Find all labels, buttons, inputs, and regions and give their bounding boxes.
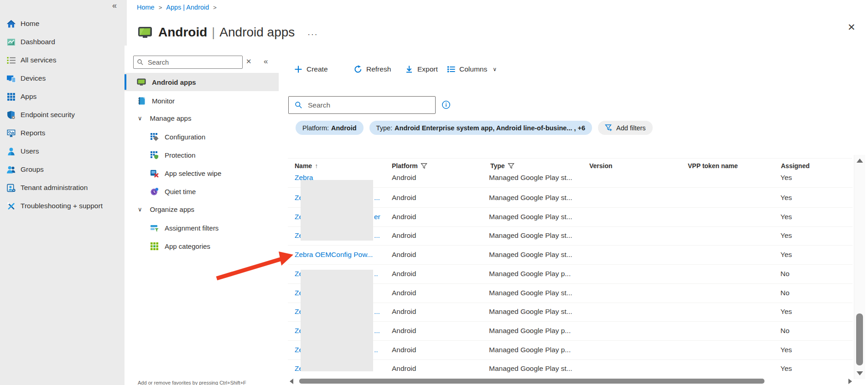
assigned-cell: Yes (780, 308, 792, 316)
breadcrumb-link[interactable]: Home (137, 4, 155, 11)
assigned-cell: Yes (780, 346, 792, 354)
chevron-down-icon[interactable]: ∨ (138, 206, 142, 213)
menu-item-organize-apps[interactable]: ∨Organize apps (125, 200, 279, 218)
favorites-hint: Add or remove favorites by pressing Ctrl… (138, 380, 246, 385)
column-header-label: Version (589, 162, 613, 169)
type-cell: Managed Google Play st... (489, 364, 572, 373)
app-name-fragment[interactable]: .. (374, 270, 378, 278)
android-icon (138, 25, 152, 40)
sidebar-item-endpoint-security[interactable]: Endpoint security (0, 106, 127, 124)
sidebar-item-label: Apps (21, 92, 36, 101)
sidebar-item-troubleshooting-support[interactable]: Troubleshooting + support (0, 197, 127, 215)
table-search-box[interactable] (288, 96, 436, 114)
search-icon (295, 101, 302, 109)
vertical-scrollbar[interactable] (854, 155, 865, 379)
sidebar-item-apps[interactable]: Apps (0, 87, 127, 106)
menu-item-assignment-filters[interactable]: Assignment filters (125, 219, 279, 237)
scroll-up-icon[interactable] (857, 159, 863, 163)
export-button[interactable]: Export (405, 63, 438, 76)
filter-pill-type[interactable]: Type:Android Enterprise system app, Andr… (369, 121, 592, 135)
sidebar-item-users[interactable]: Users (0, 142, 127, 160)
menu-search-input[interactable] (147, 58, 242, 67)
search-icon (137, 59, 144, 66)
app-name-fragment[interactable]: ... (374, 194, 380, 202)
column-header-type[interactable]: Type (490, 162, 515, 169)
add-filters-button[interactable]: Add filters (598, 121, 652, 135)
column-header-label: Platform (392, 162, 418, 169)
page-title: Android (158, 25, 207, 40)
assigned-cell: Yes (780, 175, 792, 182)
assigned-cell: Yes (780, 213, 792, 221)
table-top-divider (288, 158, 852, 159)
vertical-scroll-thumb[interactable] (856, 313, 863, 365)
menu-collapse-icon[interactable]: « (264, 57, 268, 66)
app-name-fragment[interactable]: ... (374, 327, 380, 335)
horizontal-scrollbar[interactable] (288, 377, 854, 385)
chevron-down-icon[interactable]: ∨ (138, 115, 142, 122)
create-button[interactable]: Create (294, 63, 328, 76)
app-name-fragment[interactable]: ... (374, 308, 380, 316)
app-name-fragment[interactable]: .. (374, 346, 378, 354)
filter-pills: Platform:AndroidType:Android Enterprise … (296, 121, 653, 135)
platform-cell: Android (392, 231, 416, 240)
users-icon (6, 146, 16, 156)
menu-item-monitor[interactable]: Monitor (125, 92, 279, 110)
table-search-input[interactable] (307, 101, 435, 110)
app-name-link[interactable]: Zebra OEMConfig Pow... (295, 251, 373, 259)
platform-cell: Android (392, 251, 416, 259)
columns-icon (447, 65, 455, 73)
filter-funnel-icon (421, 163, 427, 169)
horizontal-scroll-thumb[interactable] (299, 379, 764, 384)
sidebar-item-label: Tenant administration (21, 184, 88, 192)
platform-cell: Android (392, 270, 416, 278)
column-header-assigned[interactable]: Assigned (781, 162, 810, 169)
app-name-fragment[interactable]: ... (374, 231, 380, 240)
breadcrumb-link[interactable]: Apps | Android (166, 4, 209, 11)
menu-search-box[interactable] (133, 56, 243, 69)
column-header-platform[interactable]: Platform (392, 162, 427, 169)
type-cell: Managed Google Play p... (489, 346, 571, 354)
scroll-down-icon[interactable] (857, 371, 863, 375)
menu-item-label: App categories (165, 242, 210, 250)
menu-item-quiet-time[interactable]: Quiet time (125, 182, 279, 200)
menu-item-manage-apps[interactable]: ∨Manage apps (125, 109, 279, 127)
troubleshooting-icon (6, 201, 16, 211)
menu-item-protection[interactable]: Protection (125, 146, 279, 164)
column-header-label: Type (490, 162, 505, 169)
sidebar-item-reports[interactable]: Reports (0, 124, 127, 142)
sidebar-item-tenant-administration[interactable]: Tenant administration (0, 179, 127, 197)
clear-search-icon[interactable]: ✕ (246, 57, 252, 66)
sidebar-item-dashboard[interactable]: Dashboard (0, 33, 127, 51)
app-name-fragment[interactable]: er (374, 213, 380, 221)
more-menu-icon[interactable]: ··· (307, 30, 318, 39)
breadcrumb-separator: > (213, 4, 217, 11)
scroll-left-icon[interactable] (290, 379, 293, 384)
menu-item-configuration[interactable]: Configuration (125, 128, 279, 146)
redaction-box (301, 270, 373, 371)
sidebar-item-home[interactable]: Home (0, 15, 127, 33)
tenant-admin-icon (6, 183, 16, 193)
info-icon[interactable] (442, 100, 451, 111)
type-cell: Managed Google Play p... (489, 270, 571, 278)
filter-pill-platform[interactable]: Platform:Android (296, 121, 364, 135)
close-icon[interactable]: ✕ (847, 22, 856, 33)
columns-button[interactable]: Columns∨ (447, 63, 497, 76)
menu-item-app-categories[interactable]: App categories (125, 237, 279, 255)
table-row[interactable]: Zebra OEMConfig Pow...AndroidManaged Goo… (288, 245, 852, 265)
android-apps-icon (137, 77, 146, 87)
sidebar-item-groups[interactable]: Groups (0, 160, 127, 179)
column-header-name[interactable]: Name↑ (295, 162, 318, 169)
sidebar-item-all-services[interactable]: All services (0, 51, 127, 69)
page-title-row: Android | Android apps ··· (138, 24, 318, 41)
menu-item-android-apps[interactable]: Android apps (125, 73, 279, 91)
sidebar-item-devices[interactable]: Devices (0, 69, 127, 87)
assignment-filters-icon (150, 223, 159, 232)
redaction-box (301, 180, 373, 241)
scroll-right-icon[interactable] (848, 379, 852, 384)
menu-item-app-selective-wipe[interactable]: App selective wipe (125, 164, 279, 182)
sidebar-collapse-icon[interactable]: « (112, 1, 117, 10)
column-header-vpp-token-name[interactable]: VPP token name (688, 162, 738, 169)
refresh-button[interactable]: Refresh (354, 63, 391, 76)
column-header-version[interactable]: Version (589, 162, 613, 169)
toolbar-button-label: Export (417, 65, 438, 73)
